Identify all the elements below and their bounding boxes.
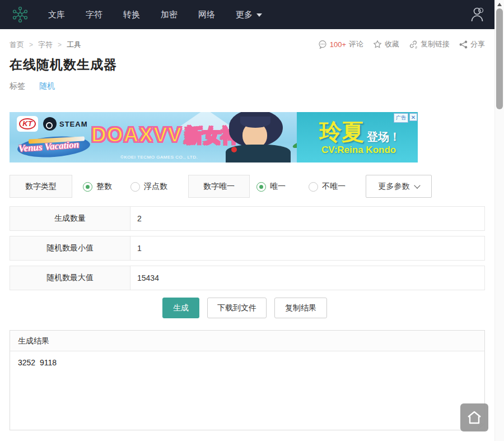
copy-result-button[interactable]: 复制结果 bbox=[274, 298, 327, 318]
count-field-label: 生成数量 bbox=[10, 207, 130, 230]
copy-link-action[interactable]: 复制链接 bbox=[409, 39, 450, 49]
nav-item-more[interactable]: 更多 bbox=[236, 10, 262, 20]
ad-headline: DOAXVV 新女神 bbox=[91, 123, 240, 148]
count-input[interactable] bbox=[130, 207, 484, 230]
ad-close-icon[interactable]: ✕ bbox=[409, 113, 417, 121]
nav-item-library[interactable]: 文库 bbox=[48, 10, 65, 20]
ad-character-announce: 玲夏 登场！ bbox=[319, 117, 400, 147]
result-panel: 生成结果 3252 9118 bbox=[10, 330, 485, 430]
ad-badge: 广告 bbox=[394, 113, 408, 123]
page-root: 文库 字符 转换 加密 网络 更多 首页 > 字符 > 工具 bbox=[0, 0, 504, 441]
field-row-max: 随机数最大值 bbox=[10, 266, 485, 290]
koei-tecmo-logo: KT bbox=[17, 116, 38, 132]
more-params-label: 更多参数 bbox=[379, 182, 410, 192]
min-input[interactable] bbox=[130, 236, 484, 260]
breadcrumb: 首页 > 字符 > 工具 bbox=[10, 40, 81, 50]
nav-item-more-label: 更多 bbox=[236, 10, 253, 20]
result-header: 生成结果 bbox=[10, 331, 484, 351]
venus-vacation-logo: Venus Vacation bbox=[15, 134, 96, 160]
steam-label: STEAM bbox=[59, 120, 88, 128]
comments-action[interactable]: 100+ 评论 bbox=[318, 39, 363, 49]
radio-float-label: 浮点数 bbox=[144, 182, 167, 192]
max-input[interactable] bbox=[130, 266, 484, 290]
download-button[interactable]: 下载到文件 bbox=[207, 298, 267, 318]
radio-float[interactable]: 浮点数 bbox=[130, 182, 167, 192]
steam-logo: STEAM bbox=[43, 117, 88, 131]
field-row-min: 随机数最小值 bbox=[10, 236, 485, 261]
generate-button[interactable]: 生成 bbox=[162, 298, 199, 318]
comments-label: 评论 bbox=[349, 39, 363, 49]
breadcrumb-separator: > bbox=[29, 41, 33, 49]
chevron-down-icon bbox=[414, 182, 420, 188]
share-icon bbox=[459, 40, 468, 49]
radio-integer[interactable]: 整数 bbox=[83, 182, 112, 192]
vertical-scrollbar[interactable] bbox=[494, 0, 504, 441]
chevron-down-icon bbox=[256, 13, 262, 17]
nav-item-network[interactable]: 网络 bbox=[198, 10, 215, 20]
favorite-label: 收藏 bbox=[385, 39, 399, 49]
share-action[interactable]: 分享 bbox=[459, 39, 485, 49]
radio-not-unique[interactable]: 不唯一 bbox=[309, 182, 346, 192]
radio-unselected-icon bbox=[130, 182, 140, 192]
header-actions: 100+ 评论 收藏 复制链接 bbox=[318, 39, 485, 49]
nav-item-characters[interactable]: 字符 bbox=[86, 10, 102, 20]
ad-headline-en: DOAXVV bbox=[91, 123, 182, 147]
result-output[interactable]: 3252 9118 bbox=[10, 351, 484, 374]
comment-icon bbox=[318, 40, 327, 49]
copy-link-label: 复制链接 bbox=[421, 39, 450, 49]
tag-random[interactable]: 随机 bbox=[39, 81, 55, 91]
character-cv: CV:Reina Kondo bbox=[321, 145, 396, 156]
home-icon bbox=[466, 410, 483, 425]
arrow-up-icon[interactable] bbox=[497, 3, 502, 6]
max-field-label: 随机数最大值 bbox=[10, 266, 130, 290]
comments-count: 100+ bbox=[330, 40, 346, 49]
ad-copyright: ©KOEI TECMO GAMES CO., LTD. bbox=[120, 155, 198, 160]
molecule-logo-icon[interactable] bbox=[11, 6, 29, 24]
star-icon bbox=[373, 40, 382, 49]
uniqueness-label: 数字唯一 bbox=[188, 175, 250, 198]
favorite-action[interactable]: 收藏 bbox=[373, 39, 399, 49]
nav-item-convert[interactable]: 转换 bbox=[123, 10, 140, 20]
radio-not-unique-label: 不唯一 bbox=[322, 182, 346, 192]
number-type-label: 数字类型 bbox=[10, 175, 72, 198]
breadcrumb-separator: > bbox=[58, 41, 62, 49]
nav-item-encrypt[interactable]: 加密 bbox=[161, 10, 178, 20]
character-bracelet-shape bbox=[231, 147, 237, 152]
more-params-button[interactable]: 更多参数 bbox=[366, 175, 432, 198]
page-title: 在线随机数生成器 bbox=[10, 56, 117, 73]
radio-unique-label: 唯一 bbox=[270, 182, 286, 192]
radio-selected-icon bbox=[256, 182, 266, 192]
character-name: 玲夏 bbox=[319, 117, 364, 147]
steam-icon bbox=[43, 117, 57, 131]
scrollbar-thumb[interactable] bbox=[496, 8, 503, 109]
radio-unique[interactable]: 唯一 bbox=[256, 182, 286, 192]
breadcrumb-home[interactable]: 首页 bbox=[10, 40, 24, 50]
link-icon bbox=[409, 40, 418, 49]
ad-banner[interactable]: KT STEAM Venus Vacation DOAXVV 新女神 ©KOEI… bbox=[10, 112, 418, 163]
radio-selected-icon bbox=[83, 182, 92, 192]
top-navbar: 文库 字符 转换 加密 网络 更多 bbox=[0, 0, 494, 29]
nav-menu: 文库 字符 转换 加密 网络 更多 bbox=[48, 10, 262, 20]
tags-row: 标签 随机 bbox=[10, 81, 55, 91]
breadcrumb-tools[interactable]: 工具 bbox=[67, 40, 81, 50]
share-label: 分享 bbox=[470, 39, 485, 49]
radio-integer-label: 整数 bbox=[96, 182, 112, 192]
ad-character-art bbox=[221, 112, 300, 163]
radio-unselected-icon bbox=[309, 182, 318, 192]
breadcrumb-characters[interactable]: 字符 bbox=[38, 40, 53, 50]
back-to-top-button[interactable] bbox=[460, 403, 488, 431]
min-field-label: 随机数最小值 bbox=[10, 236, 130, 260]
user-icon[interactable] bbox=[470, 6, 486, 23]
field-row-count: 生成数量 bbox=[10, 206, 485, 231]
character-bangs-shape bbox=[240, 117, 270, 128]
tags-label: 标签 bbox=[10, 81, 25, 91]
